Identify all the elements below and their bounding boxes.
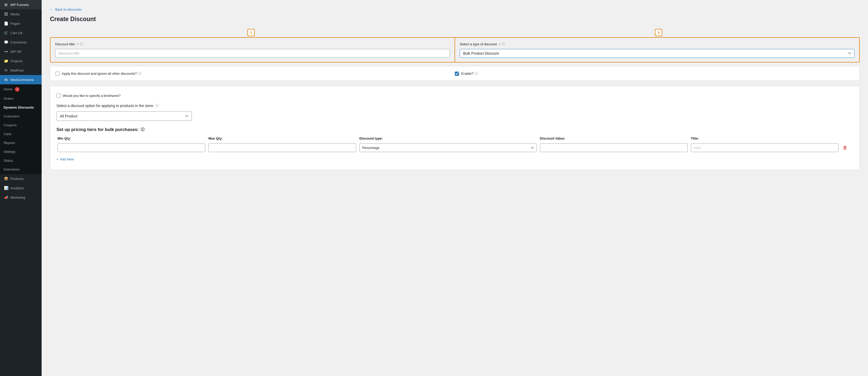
customers-label: Customers [4,115,19,118]
woocommerce-submenu: Home 4 Orders Dynamic Discounts Customer… [0,84,42,174]
col-actions [842,137,852,140]
discount-title-input[interactable] [55,49,450,58]
sidebar-item-wp-funnels[interactable]: ⊞ WP Funnels [0,0,42,9]
home-label: Home [4,87,12,91]
pricing-table-header: Min Qty: Max Qty: Discount type: Discoun… [57,137,853,140]
discount-title-field: Discount title: • ⓘ [50,37,455,62]
status-label: Status [4,159,13,163]
sidebar-item-pages[interactable]: 📄 Pages [0,19,42,28]
sidebar-item-marketing[interactable]: 📣 Marketing [0,193,42,202]
discount-type-select[interactable]: Bulk Product Discount Cart Discount Prod… [460,49,855,58]
sidebar-item-products[interactable]: 📦 Products [0,174,42,183]
projects-icon: 📁 [4,59,8,63]
sidebar-item-carts[interactable]: Carts [0,130,42,139]
sidebar-label-pages: Pages [10,22,20,26]
sidebar-item-status[interactable]: Status [0,156,42,165]
sidebar-label-wp-funnels: WP Funnels [10,3,29,7]
sidebar-item-media[interactable]: 🖼 Media [0,9,42,19]
help-icon-6[interactable]: ⓘ [141,127,145,132]
discount-type-row-select[interactable]: Percentage Fixed Amount [359,143,537,152]
sidebar-item-extensions[interactable]: Extensions [0,165,42,174]
help-icon-4[interactable]: ⓘ [475,71,478,76]
timeframe-checkbox-item: Would you like to specify a timeframe? [57,92,853,99]
col-max-qty: Max Qty: [209,137,356,140]
cart-lift-icon: 🛒 [4,31,8,35]
sidebar-item-comments[interactable]: 💬 Comments [0,37,42,47]
sidebar-top-menu: ⊞ WP Funnels 🖼 Media 📄 Pages 🛒 Cart Lift… [0,0,42,84]
step-1-badge: 1 [247,29,255,36]
enable-checkbox[interactable] [455,71,459,76]
products-icon: 📦 [4,177,8,181]
orders-label: Orders [4,97,13,100]
help-icon-1[interactable]: ⓘ [80,42,83,46]
ignore-discounts-label: Apply this discount and ignore all other… [62,71,141,76]
wp-funnels-icon: ⊞ [4,3,8,7]
max-qty-cell [209,143,356,152]
sidebar-item-wp-vr[interactable]: 👓 WP VR [0,47,42,56]
required-indicator-1: • [77,42,78,46]
sidebar-label-analytics: Analytics [10,186,24,190]
sidebar-label-media: Media [10,12,20,16]
sidebar-item-analytics[interactable]: 📊 Analytics [0,183,42,193]
ignore-discounts-checkbox[interactable] [55,71,60,76]
timeframe-checkbox[interactable] [57,93,61,98]
min-qty-input[interactable] [58,143,205,152]
section-2-card: Would you like to specify a timeframe? S… [50,86,860,170]
sidebar-item-customers[interactable]: Customers [0,112,42,121]
title-input[interactable] [691,143,839,152]
timeframe-label: Would you like to specify a timeframe? [63,94,121,98]
coupons-label: Coupons [4,123,17,127]
col-discount-type: Discount type: [359,137,537,140]
page-content: ← Back to discounts Create Discount 1 2 [42,0,868,376]
discount-option-select[interactable]: All Product Specific Products Specific C… [57,111,192,121]
sidebar-item-settings[interactable]: Settings [0,147,42,156]
sidebar-label-woocommerce: WooCommerce [10,78,34,82]
sidebar-item-woocommerce[interactable]: 🛍 WooCommerce [0,75,42,84]
back-link[interactable]: ← Back to discounts [50,7,860,11]
min-qty-cell [58,143,205,152]
pages-icon: 📄 [4,21,8,26]
add-new-icon: + [57,157,59,161]
sidebar-item-cart-lift[interactable]: 🛒 Cart Lift [0,28,42,37]
discount-type-cell: Percentage Fixed Amount [359,143,537,152]
ignore-discounts-checkbox-item: Apply this discount and ignore all other… [55,70,455,77]
sidebar-label-wp-vr: WP VR [10,50,21,54]
col-min-qty: Min Qty: [58,137,205,140]
carts-label: Carts [4,132,11,136]
extensions-label: Extensions [4,168,20,171]
sidebar-item-dynamic-discounts[interactable]: Dynamic Discounts [0,103,42,112]
discount-option-label: Select a discount option for applying to… [57,104,853,108]
sidebar: ⊞ WP Funnels 🖼 Media 📄 Pages 🛒 Cart Lift… [0,0,42,376]
wp-vr-icon: 👓 [4,50,8,54]
enable-label: Enable? ⓘ [461,71,478,76]
help-icon-2[interactable]: ⓘ [502,42,505,46]
settings-label: Settings [4,150,16,154]
add-new-button[interactable]: + Add New [57,155,74,163]
col-discount-value: Discount Value: [540,137,688,140]
discount-type-label: Select a type of discount: • ⓘ [460,42,855,46]
sidebar-item-projects[interactable]: 📁 Projects [0,56,42,66]
delete-row-button[interactable]: 🗑 [842,144,848,151]
sidebar-label-cart-lift: Cart Lift [10,31,22,35]
sidebar-item-home[interactable]: Home 4 [0,84,42,94]
add-new-label: Add New [60,157,74,161]
pricing-table-row: Percentage Fixed Amount 🗑 [57,142,853,153]
sidebar-item-orders[interactable]: Orders [0,94,42,103]
sidebar-label-projects: Projects [10,59,23,63]
max-qty-input[interactable] [209,143,356,152]
required-indicator-2: • [499,42,500,46]
checkboxes-row: Apply this discount and ignore all other… [50,67,860,81]
sidebar-item-coupons[interactable]: Coupons [0,121,42,130]
sidebar-item-reports[interactable]: Reports [0,139,42,147]
sidebar-item-mailpoet[interactable]: ✉ MailPoet [0,66,42,75]
woocommerce-icon: 🛍 [4,78,8,82]
media-icon: 🖼 [4,12,8,16]
help-icon-3[interactable]: ⓘ [138,71,141,76]
delete-cell: 🗑 [842,144,852,151]
help-icon-5[interactable]: ⓘ [156,104,159,108]
title-cell [691,143,839,152]
home-badge: 4 [15,87,20,92]
sidebar-label-comments: Comments [10,40,27,44]
discount-value-input[interactable] [540,143,688,152]
marketing-icon: 📣 [4,195,8,199]
